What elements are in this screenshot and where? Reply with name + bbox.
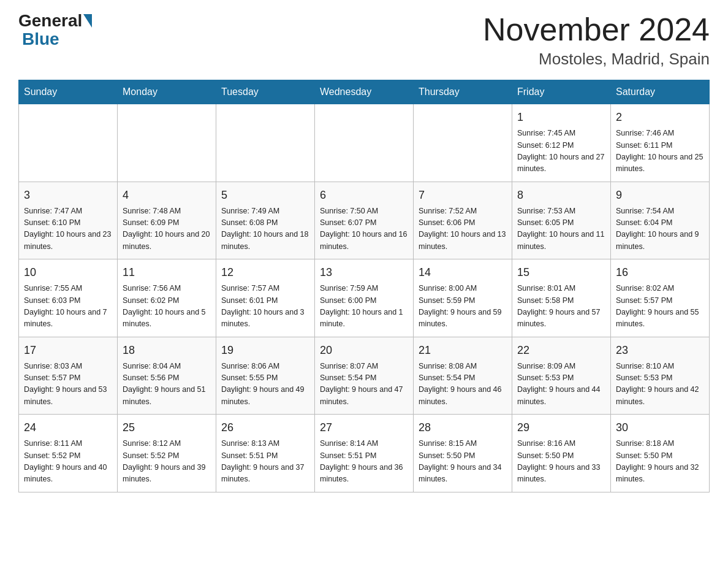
day-header-saturday: Saturday [611, 80, 710, 104]
calendar-table: SundayMondayTuesdayWednesdayThursdayFrid… [18, 80, 710, 492]
day-info: Sunrise: 7:53 AM Sunset: 6:05 PM Dayligh… [517, 205, 605, 253]
calendar-header-row: SundayMondayTuesdayWednesdayThursdayFrid… [19, 80, 710, 104]
day-info: Sunrise: 8:03 AM Sunset: 5:57 PM Dayligh… [24, 361, 112, 408]
calendar-cell: 14Sunrise: 8:00 AM Sunset: 5:59 PM Dayli… [414, 259, 512, 337]
calendar-cell: 2Sunrise: 7:46 AM Sunset: 6:11 PM Daylig… [611, 104, 710, 182]
day-number: 13 [320, 264, 408, 281]
day-number: 28 [419, 419, 507, 436]
calendar-cell: 11Sunrise: 7:56 AM Sunset: 6:02 PM Dayli… [118, 259, 216, 337]
calendar-week-row: 10Sunrise: 7:55 AM Sunset: 6:03 PM Dayli… [19, 259, 710, 337]
day-number: 12 [221, 264, 309, 281]
day-number: 1 [517, 109, 605, 126]
day-number: 5 [221, 187, 309, 204]
logo-area: General Blue [18, 12, 92, 49]
day-info: Sunrise: 7:52 AM Sunset: 6:06 PM Dayligh… [419, 205, 507, 253]
calendar-cell: 12Sunrise: 7:57 AM Sunset: 6:01 PM Dayli… [216, 259, 315, 337]
calendar-cell: 13Sunrise: 7:59 AM Sunset: 6:00 PM Dayli… [315, 259, 414, 337]
day-number: 3 [24, 187, 112, 204]
day-number: 14 [419, 264, 507, 281]
calendar-cell [315, 104, 414, 182]
day-number: 2 [616, 109, 704, 126]
day-info: Sunrise: 7:46 AM Sunset: 6:11 PM Dayligh… [616, 128, 704, 175]
day-number: 9 [616, 187, 704, 204]
day-info: Sunrise: 8:15 AM Sunset: 5:50 PM Dayligh… [419, 438, 507, 486]
calendar-cell: 20Sunrise: 8:07 AM Sunset: 5:54 PM Dayli… [315, 337, 414, 415]
day-header-friday: Friday [512, 80, 611, 104]
calendar-week-row: 17Sunrise: 8:03 AM Sunset: 5:57 PM Dayli… [19, 337, 710, 415]
day-info: Sunrise: 8:09 AM Sunset: 5:53 PM Dayligh… [517, 361, 605, 408]
day-info: Sunrise: 7:50 AM Sunset: 6:07 PM Dayligh… [320, 205, 408, 253]
day-info: Sunrise: 8:10 AM Sunset: 5:53 PM Dayligh… [616, 361, 704, 408]
calendar-cell: 26Sunrise: 8:13 AM Sunset: 5:51 PM Dayli… [216, 415, 315, 492]
calendar-cell: 24Sunrise: 8:11 AM Sunset: 5:52 PM Dayli… [19, 415, 118, 492]
day-info: Sunrise: 8:13 AM Sunset: 5:51 PM Dayligh… [221, 438, 309, 486]
day-info: Sunrise: 8:06 AM Sunset: 5:55 PM Dayligh… [221, 361, 309, 408]
day-number: 21 [419, 342, 507, 359]
day-number: 29 [517, 419, 605, 436]
day-header-tuesday: Tuesday [216, 80, 315, 104]
logo: General [18, 12, 92, 29]
day-info: Sunrise: 8:00 AM Sunset: 5:59 PM Dayligh… [419, 283, 507, 331]
day-number: 18 [123, 342, 211, 359]
calendar-cell: 25Sunrise: 8:12 AM Sunset: 5:52 PM Dayli… [118, 415, 216, 492]
day-header-thursday: Thursday [414, 80, 512, 104]
day-number: 4 [123, 187, 211, 204]
day-info: Sunrise: 8:11 AM Sunset: 5:52 PM Dayligh… [24, 438, 112, 486]
day-number: 19 [221, 342, 309, 359]
calendar-cell: 3Sunrise: 7:47 AM Sunset: 6:10 PM Daylig… [19, 182, 118, 259]
calendar-week-row: 3Sunrise: 7:47 AM Sunset: 6:10 PM Daylig… [19, 182, 710, 259]
calendar-cell [216, 104, 315, 182]
calendar-cell: 18Sunrise: 8:04 AM Sunset: 5:56 PM Dayli… [118, 337, 216, 415]
calendar-cell: 15Sunrise: 8:01 AM Sunset: 5:58 PM Dayli… [512, 259, 611, 337]
calendar-cell: 19Sunrise: 8:06 AM Sunset: 5:55 PM Dayli… [216, 337, 315, 415]
day-number: 16 [616, 264, 704, 281]
day-info: Sunrise: 7:56 AM Sunset: 6:02 PM Dayligh… [123, 283, 211, 331]
calendar-cell: 30Sunrise: 8:18 AM Sunset: 5:50 PM Dayli… [611, 415, 710, 492]
day-info: Sunrise: 8:16 AM Sunset: 5:50 PM Dayligh… [517, 438, 605, 486]
calendar-cell: 21Sunrise: 8:08 AM Sunset: 5:54 PM Dayli… [414, 337, 512, 415]
header: General Blue November 2024 Mostoles, Mad… [18, 12, 710, 69]
day-number: 23 [616, 342, 704, 359]
calendar-cell: 23Sunrise: 8:10 AM Sunset: 5:53 PM Dayli… [611, 337, 710, 415]
day-info: Sunrise: 7:47 AM Sunset: 6:10 PM Dayligh… [24, 205, 112, 253]
day-header-monday: Monday [118, 80, 216, 104]
calendar-cell [118, 104, 216, 182]
calendar-cell: 17Sunrise: 8:03 AM Sunset: 5:57 PM Dayli… [19, 337, 118, 415]
day-info: Sunrise: 8:04 AM Sunset: 5:56 PM Dayligh… [123, 361, 211, 408]
day-info: Sunrise: 7:59 AM Sunset: 6:00 PM Dayligh… [320, 283, 408, 331]
location-subtitle: Mostoles, Madrid, Spain [483, 50, 710, 69]
day-number: 15 [517, 264, 605, 281]
day-number: 17 [24, 342, 112, 359]
day-number: 22 [517, 342, 605, 359]
day-info: Sunrise: 7:45 AM Sunset: 6:12 PM Dayligh… [517, 128, 605, 175]
calendar-cell: 7Sunrise: 7:52 AM Sunset: 6:06 PM Daylig… [414, 182, 512, 259]
day-header-wednesday: Wednesday [315, 80, 414, 104]
calendar-week-row: 24Sunrise: 8:11 AM Sunset: 5:52 PM Dayli… [19, 415, 710, 492]
calendar-cell: 27Sunrise: 8:14 AM Sunset: 5:51 PM Dayli… [315, 415, 414, 492]
title-area: November 2024 Mostoles, Madrid, Spain [483, 12, 710, 69]
day-info: Sunrise: 7:55 AM Sunset: 6:03 PM Dayligh… [24, 283, 112, 331]
calendar-cell [19, 104, 118, 182]
day-info: Sunrise: 8:07 AM Sunset: 5:54 PM Dayligh… [320, 361, 408, 408]
day-number: 26 [221, 419, 309, 436]
day-number: 7 [419, 187, 507, 204]
logo-triangle-icon [83, 14, 92, 28]
day-info: Sunrise: 8:02 AM Sunset: 5:57 PM Dayligh… [616, 283, 704, 331]
day-number: 25 [123, 419, 211, 436]
day-number: 30 [616, 419, 704, 436]
calendar-cell: 28Sunrise: 8:15 AM Sunset: 5:50 PM Dayli… [414, 415, 512, 492]
calendar-cell: 16Sunrise: 8:02 AM Sunset: 5:57 PM Dayli… [611, 259, 710, 337]
logo-blue-text: Blue [22, 29, 59, 48]
day-info: Sunrise: 7:49 AM Sunset: 6:08 PM Dayligh… [221, 205, 309, 253]
calendar-cell: 6Sunrise: 7:50 AM Sunset: 6:07 PM Daylig… [315, 182, 414, 259]
calendar-cell: 4Sunrise: 7:48 AM Sunset: 6:09 PM Daylig… [118, 182, 216, 259]
calendar-cell: 10Sunrise: 7:55 AM Sunset: 6:03 PM Dayli… [19, 259, 118, 337]
day-info: Sunrise: 8:08 AM Sunset: 5:54 PM Dayligh… [419, 361, 507, 408]
day-info: Sunrise: 8:12 AM Sunset: 5:52 PM Dayligh… [123, 438, 211, 486]
day-info: Sunrise: 7:57 AM Sunset: 6:01 PM Dayligh… [221, 283, 309, 331]
day-info: Sunrise: 8:18 AM Sunset: 5:50 PM Dayligh… [616, 438, 704, 486]
calendar-cell: 29Sunrise: 8:16 AM Sunset: 5:50 PM Dayli… [512, 415, 611, 492]
month-year-title: November 2024 [483, 12, 710, 47]
calendar-week-row: 1Sunrise: 7:45 AM Sunset: 6:12 PM Daylig… [19, 104, 710, 182]
logo-general-text: General [18, 12, 82, 29]
